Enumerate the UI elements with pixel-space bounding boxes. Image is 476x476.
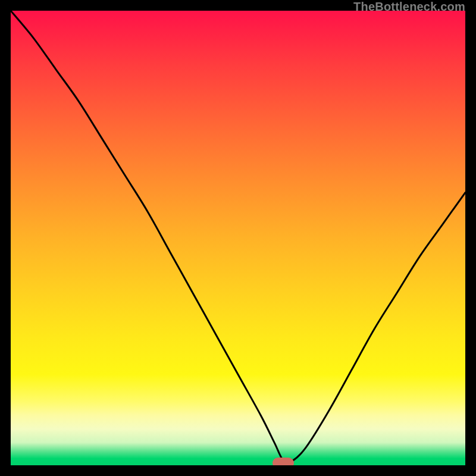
optimal-point-marker xyxy=(273,458,294,465)
bottleneck-curve xyxy=(11,11,465,465)
chart-frame: TheBottleneck.com xyxy=(0,0,476,476)
plot-area xyxy=(11,11,465,465)
